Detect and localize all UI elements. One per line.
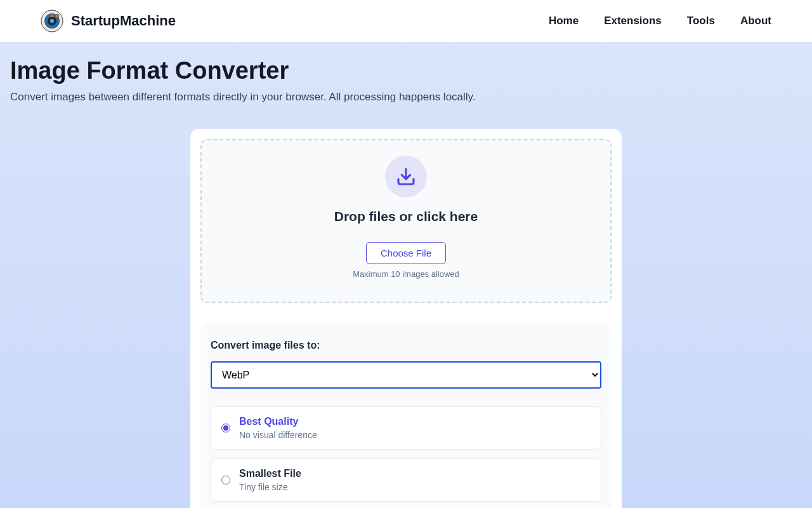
quality-option-best[interactable]: Best Quality No visual difference xyxy=(211,406,601,450)
download-icon xyxy=(385,156,427,197)
dropzone-note: Maximum 10 images allowed xyxy=(214,269,598,279)
options-panel: Convert image files to: WebP Best Qualit… xyxy=(200,323,612,508)
brand-name: StartupMachine xyxy=(71,13,176,29)
choose-file-button[interactable]: Choose File xyxy=(366,242,446,264)
dropzone-heading: Drop files or click here xyxy=(214,209,598,224)
svg-point-4 xyxy=(50,19,54,23)
format-label: Convert image files to: xyxy=(211,340,601,351)
page-subtitle: Convert images between different formats… xyxy=(10,91,802,104)
svg-point-3 xyxy=(55,14,59,18)
site-header: StartupMachine Home Extensions Tools Abo… xyxy=(0,0,812,42)
format-select[interactable]: WebP xyxy=(211,361,601,389)
nav-home[interactable]: Home xyxy=(549,15,579,27)
page-title: Image Format Converter xyxy=(10,57,802,84)
nav-about[interactable]: About xyxy=(740,15,771,27)
quality-best-sub: No visual difference xyxy=(239,430,317,440)
quality-option-small[interactable]: Smallest File Tiny file size xyxy=(211,458,601,502)
brand[interactable]: StartupMachine xyxy=(41,10,176,32)
converter-card: Drop files or click here Choose File Max… xyxy=(190,129,622,508)
nav-tools[interactable]: Tools xyxy=(687,15,715,27)
quality-small-sub: Tiny file size xyxy=(239,482,301,492)
nav-extensions[interactable]: Extensions xyxy=(604,15,662,27)
quality-radio-best[interactable] xyxy=(221,424,230,432)
brand-logo-icon xyxy=(41,10,63,32)
quality-best-title: Best Quality xyxy=(239,416,317,427)
page-content: Image Format Converter Convert images be… xyxy=(0,42,812,508)
quality-small-title: Smallest File xyxy=(239,468,301,479)
main-nav: Home Extensions Tools About xyxy=(549,15,771,27)
quality-radio-small[interactable] xyxy=(221,476,230,485)
file-dropzone[interactable]: Drop files or click here Choose File Max… xyxy=(200,139,612,303)
